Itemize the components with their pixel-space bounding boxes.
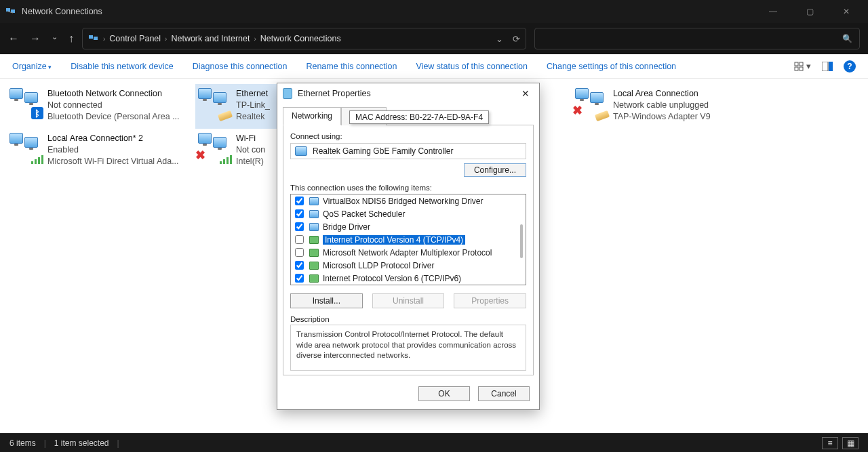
tab-networking[interactable]: Networking — [283, 107, 341, 125]
component-checkbox[interactable] — [295, 235, 304, 244]
item-count: 6 items — [9, 438, 36, 448]
component-label: Internet Protocol Version 4 (TCP/IPv4) — [323, 235, 465, 245]
connection-status: Not con — [236, 144, 265, 156]
component-label: Microsoft LLDP Protocol Driver — [323, 261, 435, 270]
tab-panel-networking: Connect using: Realtek Gaming GbE Family… — [283, 125, 534, 375]
nic-icon — [295, 146, 307, 156]
svg-rect-8 — [822, 62, 828, 71]
connection-name: Local Area Connection — [613, 88, 711, 100]
svg-rect-4 — [795, 62, 798, 66]
connection-device: TAP-Windows Adapter V9 — [613, 111, 711, 123]
address-dropdown[interactable]: ⌄ — [496, 34, 503, 44]
connection-name: Local Area Connection* 2 — [47, 133, 179, 144]
svg-rect-0 — [6, 8, 10, 12]
component-label: QoS Packet Scheduler — [323, 209, 405, 219]
connection-item[interactable]: ᛒBluetooth Network ConnectionNot connect… — [7, 84, 195, 129]
dialog-titlebar: Ethernet Properties ✕ — [277, 83, 539, 104]
minimize-button[interactable]: — — [761, 7, 785, 16]
items-list[interactable]: VirtualBox NDIS6 Bridged Networking Driv… — [290, 194, 526, 285]
selection-count: 1 item selected — [54, 438, 109, 448]
change-settings-cmd[interactable]: Change settings of this connection — [547, 62, 676, 71]
preview-pane-button[interactable] — [822, 62, 833, 71]
window-title: Network Connections — [22, 7, 761, 16]
service-icon — [309, 197, 319, 205]
search-box[interactable]: 🔍 — [534, 28, 860, 49]
ok-button[interactable]: OK — [418, 386, 470, 401]
connection-name: Wi-Fi — [236, 133, 265, 144]
view-options-button[interactable]: ▾ — [794, 61, 811, 71]
connection-name: Ethernet — [236, 88, 270, 100]
svg-rect-2 — [89, 35, 93, 39]
breadcrumb-sep: › — [103, 35, 105, 43]
ethernet-plug-icon — [595, 112, 609, 119]
svg-rect-6 — [795, 67, 798, 70]
dialog-icon — [283, 88, 292, 99]
component-checkbox[interactable] — [295, 248, 304, 257]
disable-device-cmd[interactable]: Disable this network device — [71, 62, 173, 71]
install-button[interactable]: Install... — [290, 293, 363, 308]
protocol-icon — [309, 274, 319, 283]
organize-menu[interactable]: Organize — [12, 62, 52, 71]
scrollbar[interactable] — [520, 199, 523, 281]
maximize-button[interactable]: ▢ — [797, 7, 822, 16]
status-bar: 6 items | 1 item selected | ≡ ▦ — [0, 433, 868, 452]
address-bar[interactable]: › Control Panel › Network and Internet ›… — [82, 28, 526, 49]
component-checkbox[interactable] — [295, 222, 304, 231]
network-component-row[interactable]: VirtualBox NDIS6 Bridged Networking Driv… — [291, 194, 526, 207]
component-checkbox[interactable] — [295, 197, 304, 205]
details-view-button[interactable]: ≡ — [822, 437, 838, 449]
network-component-row[interactable]: Microsoft LLDP Protocol Driver — [291, 259, 526, 272]
component-checkbox[interactable] — [295, 274, 304, 283]
view-status-cmd[interactable]: View status of this connection — [416, 62, 528, 71]
component-label: VirtualBox NDIS6 Bridged Networking Driv… — [323, 197, 484, 206]
dialog-close-button[interactable]: ✕ — [517, 88, 534, 99]
description-text: Transmission Control Protocol/Internet P… — [290, 325, 526, 371]
connection-status: TP-Link_ — [236, 100, 270, 111]
connection-device: Bluetooth Device (Personal Area ... — [47, 111, 180, 123]
service-icon — [309, 210, 319, 218]
protocol-icon — [309, 236, 319, 244]
diagnose-cmd[interactable]: Diagnose this connection — [193, 62, 288, 71]
breadcrumb-root[interactable]: Control Panel — [109, 34, 161, 43]
connection-status: Not connected — [47, 100, 180, 111]
network-component-row[interactable]: Internet Protocol Version 4 (TCP/IPv4) — [291, 233, 526, 246]
wifi-icon — [31, 155, 43, 164]
cancel-button[interactable]: Cancel — [478, 386, 530, 401]
connection-icon: ✖ — [198, 133, 231, 161]
svg-rect-3 — [94, 37, 98, 40]
svg-rect-5 — [800, 62, 803, 66]
error-x-icon: ✖ — [572, 103, 583, 118]
component-checkbox[interactable] — [295, 209, 304, 218]
close-button[interactable]: ✕ — [834, 7, 859, 16]
device-box[interactable]: Realtek Gaming GbE Family Controller — [290, 143, 526, 159]
breadcrumb-level2[interactable]: Network Connections — [260, 34, 341, 43]
network-component-row[interactable]: Bridge Driver — [291, 220, 526, 233]
configure-button[interactable]: Configure... — [464, 163, 526, 177]
network-component-row[interactable]: QoS Packet Scheduler — [291, 207, 526, 220]
network-component-row[interactable]: Microsoft Network Adapter Multiplexor Pr… — [291, 246, 526, 259]
component-label: Microsoft Network Adapter Multiplexor Pr… — [323, 248, 492, 258]
help-button[interactable]: ? — [844, 60, 856, 73]
component-label: Bridge Driver — [323, 222, 370, 232]
breadcrumb-level1[interactable]: Network and Internet — [171, 34, 250, 43]
component-label: Internet Protocol Version 6 (TCP/IPv6) — [323, 274, 461, 283]
search-input[interactable] — [535, 34, 842, 43]
up-button[interactable]: ↑ — [68, 33, 74, 45]
component-checkbox[interactable] — [295, 261, 304, 270]
connection-device: Microsoft Wi-Fi Direct Virtual Ada... — [47, 156, 179, 167]
protocol-icon — [309, 249, 319, 257]
tiles-view-button[interactable]: ▦ — [842, 437, 859, 449]
back-button[interactable]: ← — [8, 33, 19, 45]
connection-icon: ✖ — [575, 88, 608, 117]
connection-item[interactable]: Local Area Connection* 2EnabledMicrosoft… — [7, 129, 195, 173]
history-dropdown[interactable]: ⌄ — [52, 33, 58, 45]
network-component-row[interactable]: Internet Protocol Version 6 (TCP/IPv6) — [291, 272, 526, 285]
properties-button: Properties — [454, 293, 526, 308]
connection-item[interactable]: ✖Local Area ConnectionNetwork cable unpl… — [572, 84, 761, 129]
refresh-button[interactable]: ⟳ — [513, 34, 520, 44]
device-name: Realtek Gaming GbE Family Controller — [313, 146, 453, 156]
connection-icon — [198, 88, 231, 117]
rename-cmd[interactable]: Rename this connection — [306, 62, 397, 71]
protocol-icon — [309, 262, 319, 270]
forward-button[interactable]: → — [30, 33, 41, 45]
